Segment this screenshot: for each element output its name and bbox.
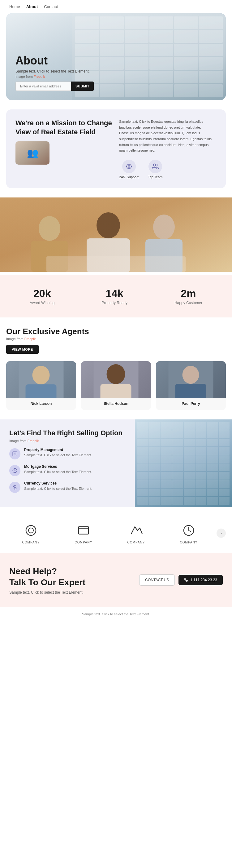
service-mortgage-title: Mortgage Services — [24, 464, 92, 469]
logo-icon-1 — [23, 523, 39, 538]
logos-next-button[interactable]: › — [217, 529, 226, 538]
agents-freepik-link[interactable]: Freepik — [25, 337, 36, 341]
building-grid — [72, 13, 226, 100]
agents-title: Our Exclusive Agents — [6, 327, 226, 336]
selling-building-overlay — [135, 420, 232, 507]
nav-contact[interactable]: Contact — [44, 4, 58, 9]
hero-email-form: SUBMIT — [15, 82, 94, 91]
currency-icon — [9, 482, 21, 493]
agent-photo-nick — [6, 361, 76, 398]
svg-point-1 — [126, 164, 131, 169]
mission-section: We're on a Mission to Change View of Rea… — [6, 110, 226, 188]
mission-image-inner: 👥 — [15, 142, 49, 165]
selling-credit: Image from Freepik — [9, 439, 126, 443]
support-feature: 24/7 Support — [119, 160, 139, 179]
mortgage-icon — [9, 465, 21, 476]
agents-credit: Image from Freepik — [6, 337, 226, 341]
submit-button[interactable]: SUBMIT — [71, 82, 94, 91]
team-feature: Top Team — [148, 160, 163, 179]
stat-customer-label: Happy Customer — [175, 301, 202, 305]
agent-name-stella: Stella Hudson — [81, 398, 151, 410]
people-icon: 👥 — [27, 148, 38, 158]
logos-section: COMPANY COMPANY COMPANY COMPANY › — [0, 514, 232, 553]
hero-building-image — [72, 13, 226, 100]
selling-left: Let's Find The Right Selling Option Imag… — [0, 420, 135, 507]
stat-property-number: 14k — [102, 287, 127, 300]
footer: Sample text. Click to select the Text El… — [0, 607, 232, 621]
logo-icon-3 — [128, 523, 144, 538]
svg-rect-20 — [101, 384, 131, 398]
help-buttons: CONTACT US 1.111.234.23.23 — [139, 575, 223, 586]
svg-rect-31 — [79, 527, 88, 534]
service-mortgage: Mortgage Services Sample text. Click to … — [9, 464, 126, 476]
logo-1: COMPANY — [6, 523, 56, 544]
team-label: Top Team — [148, 175, 163, 179]
phone-button[interactable]: 1.111.234.23.23 — [179, 575, 223, 585]
agents-grid: Nick Larson Stella Hudson Paul Perry — [6, 361, 226, 410]
navigation: Home About Contact — [0, 0, 232, 13]
hero-section: About Sample text. Click to select the T… — [6, 13, 226, 100]
mission-body: Sample text. Click to Egestas egestas fr… — [119, 119, 217, 153]
svg-point-6 — [153, 164, 155, 166]
selling-section: Let's Find The Right Selling Option Imag… — [0, 420, 232, 507]
agent-card-2: Paul Perry — [156, 361, 226, 410]
hero-content: About Sample text. Click to select the T… — [15, 54, 94, 91]
stat-property: 14k Property Ready — [102, 287, 127, 305]
help-section: Need Help?Talk To Our Expert Sample text… — [0, 553, 232, 607]
nav-about[interactable]: About — [26, 4, 38, 9]
freepik-link[interactable]: Freepik — [34, 75, 45, 79]
logo-2: COMPANY — [59, 523, 108, 544]
team-photo — [0, 197, 232, 272]
stats-section: 20k Award Winning 14k Property Ready 2m … — [0, 275, 232, 317]
stat-award-label: Award Winning — [30, 301, 54, 305]
phone-number: 1.111.234.23.23 — [190, 578, 217, 582]
svg-point-22 — [183, 366, 199, 384]
nav-home[interactable]: Home — [9, 4, 20, 9]
logo-4: COMPANY — [164, 523, 214, 544]
agent-card-1: Stella Hudson — [81, 361, 151, 410]
view-more-button[interactable]: VIEW MORE — [6, 345, 39, 354]
selling-title: Let's Find The Right Selling Option — [9, 429, 126, 438]
mission-left: We're on a Mission to Change View of Rea… — [15, 119, 113, 179]
stat-property-label: Property Ready — [102, 301, 127, 305]
logo-label-2: COMPANY — [75, 540, 92, 544]
mission-right: Sample text. Click to Egestas egestas fr… — [119, 119, 217, 179]
help-left: Need Help?Talk To Our Expert Sample text… — [9, 566, 133, 595]
email-input[interactable] — [15, 82, 71, 91]
support-icon — [122, 160, 136, 173]
hero-subtitle: Sample text. Click to select the Text El… — [15, 69, 94, 73]
hero-credit: Image from Freepik — [15, 75, 94, 79]
contact-us-button[interactable]: CONTACT US — [139, 575, 175, 586]
svg-rect-23 — [176, 384, 206, 398]
service-currency: Currency Services Sample text. Click to … — [9, 481, 126, 493]
agents-section: Our Exclusive Agents Image from Freepik … — [0, 317, 232, 413]
logo-label-4: COMPANY — [180, 540, 198, 544]
selling-right-image — [135, 420, 232, 507]
agent-card-0: Nick Larson — [6, 361, 76, 410]
service-currency-text: Currency Services Sample text. Click to … — [24, 481, 92, 491]
team-photo-overlay — [0, 197, 232, 272]
logo-icon-4 — [181, 523, 196, 538]
logo-label-1: COMPANY — [22, 540, 40, 544]
svg-point-0 — [128, 165, 130, 167]
service-mortgage-desc: Sample text. Click to select the Text El… — [24, 469, 92, 475]
service-currency-desc: Sample text. Click to select the Text El… — [24, 486, 92, 491]
selling-freepik-link[interactable]: Freepik — [28, 439, 39, 443]
agent-photo-paul — [156, 361, 226, 398]
property-icon — [9, 448, 21, 459]
footer-text: Sample text. Click to select the Text El… — [82, 612, 150, 616]
mission-image: 👥 — [15, 142, 49, 165]
service-property-title: Property Management — [24, 447, 92, 452]
logo-icon-2 — [76, 523, 91, 538]
stat-customer: 2m Happy Customer — [175, 287, 202, 305]
svg-point-16 — [33, 366, 50, 384]
service-property-text: Property Management Sample text. Click t… — [24, 447, 92, 458]
agent-name-nick: Nick Larson — [6, 398, 76, 410]
help-title: Need Help?Talk To Our Expert — [9, 566, 133, 588]
stat-award: 20k Award Winning — [30, 287, 54, 305]
service-currency-title: Currency Services — [24, 481, 92, 486]
phone-icon — [184, 578, 188, 582]
stat-award-number: 20k — [30, 287, 54, 300]
svg-rect-17 — [26, 384, 56, 398]
mission-features: 24/7 Support Top Team — [119, 160, 217, 179]
